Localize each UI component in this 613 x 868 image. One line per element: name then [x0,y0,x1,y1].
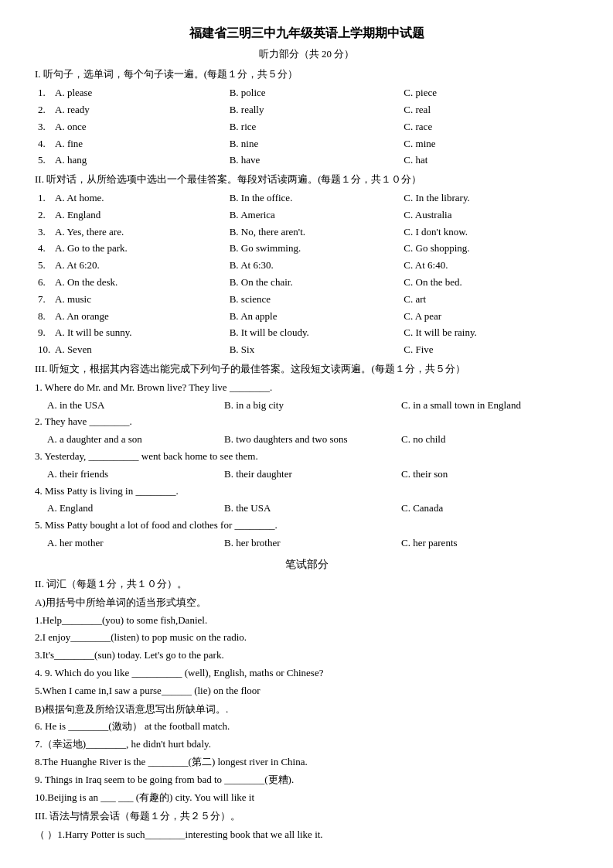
list-item: 3. A. Yes, there are. B. No, there aren'… [35,224,578,241]
list-item: 4. A. Go to the park. B. Go swimming. C.… [35,241,578,257]
section4-items-b: 6. He is ________(激动） at the football ma… [35,719,578,805]
section3-items: 1. Where do Mr. and Mr. Brown live? They… [35,380,578,552]
section1-header: I. 听句子，选单词，每个句子读一遍。(每题１分，共５分） [35,67,578,83]
list-item: 4. Miss Patty is living in ________. [35,484,578,500]
list-item: A. their friends B. their daughter C. th… [35,466,578,483]
list-item: A. England B. the USA C. Canada [35,501,578,517]
section5-header: III. 语法与情景会话（每题１分，共２５分）。 [35,808,578,825]
section1-items: 1. A. please B. police C. piece 2. A. re… [35,85,578,169]
list-item: 9. Things in Iraq seem to be going from … [35,772,578,788]
list-item: （ ）1.Harry Potter is such________interes… [35,827,578,843]
list-item: 5. Miss Patty bought a lot of food and c… [35,518,578,534]
list-item: 5.When I came in,I saw a purse______ (li… [35,683,578,699]
list-item: A. her mother B. her brother C. her pare… [35,535,578,552]
list-item: 8. A. An orange B. An apple C. A pear [35,309,578,325]
list-item: 3. A. once B. rice C. race [35,119,578,135]
list-item: 4. A. fine B. nine C. mine [35,136,578,152]
list-item: 10. A. Seven B. Six C. Five [35,342,578,358]
list-item: 5. A. At 6:20. B. At 6:30. C. At 6:40. [35,258,578,274]
section2-items: 1. A. At home. B. In the office. C. In t… [35,190,578,358]
list-item: 9. A. It will be sunny. B. It will be cl… [35,325,578,341]
list-item: 10.Beijing is an ___ ___ (有趣的) city. You… [35,790,578,806]
section4-items-a: 1.Help________(you) to some fish,Daniel.… [35,613,578,699]
list-item: 2.I enjoy________(listen) to pop music o… [35,630,578,646]
list-item: 6. A. On the desk. B. On the chair. C. O… [35,275,578,291]
list-item: 2. A. England B. America C. Australia [35,207,578,224]
list-item: A. a daughter and a son B. two daughters… [35,432,578,448]
list-item: 1.Help________(you) to some fish,Daniel. [35,613,578,629]
page-title: 福建省三明三中九年级英语上学期期中试题 [35,23,578,43]
list-item: 7.（幸运地)________, he didn't hurt bdaly. [35,736,578,753]
section2-header: II. 听对话，从所给选项中选出一个最佳答案。每段对话读两遍。(每题１分，共１０… [35,172,578,188]
list-item: 2. They have ________. [35,414,578,430]
page-subtitle: 听力部分（共 20 分） [35,46,578,63]
section4-header: II. 词汇（每题１分，共１０分）。 [35,576,578,593]
list-item: 1. A. please B. police C. piece [35,85,578,101]
list-item: 5. A. hang B. have C. hat [35,152,578,169]
list-item: A. in the USA B. in a big city C. in a s… [35,398,578,414]
list-item: 2. A. ready B. really C. real [35,102,578,118]
list-item: 3. Yesterday, __________ went back home … [35,449,578,465]
list-item: 6. He is ________(激动） at the football ma… [35,719,578,735]
list-item: 8.The Huanghe River is the ________(第二) … [35,754,578,771]
list-item: 3.It's________(sun) today. Let's go to t… [35,648,578,664]
written-section-title: 笔试部分 [35,556,578,573]
list-item: 1. Where do Mr. and Mr. Brown live? They… [35,380,578,396]
list-item: 7. A. music B. science C. art [35,292,578,308]
section3-header: III. 听短文，根据其内容选出能完成下列句子的最佳答案。这段短文读两遍。(每题… [35,361,578,378]
section4-subsection-b: B)根据句意及所给汉语意思写出所缺单词。. [35,702,578,718]
list-item: 4. 9. Which do you like __________ (well… [35,665,578,682]
section4-subsection-a: A)用括号中所给单词的适当形式填空。 [35,595,578,611]
list-item: 1. A. At home. B. In the office. C. In t… [35,190,578,207]
